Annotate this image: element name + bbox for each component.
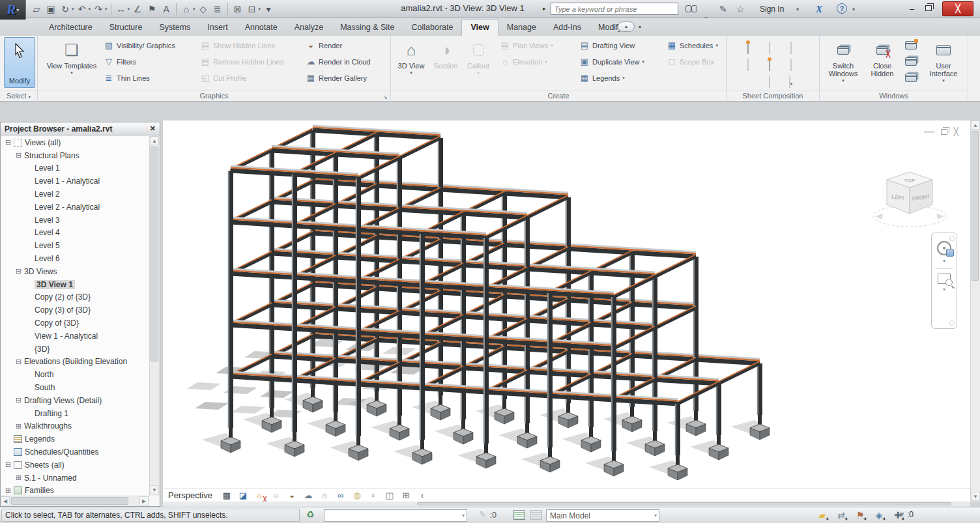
active-workset-select[interactable]: ▾ <box>324 509 467 522</box>
qat-aligned-dimension-icon[interactable]: ∠ <box>131 3 144 16</box>
qat-sync-with-central-icon[interactable]: ↻ <box>59 3 72 16</box>
view-scale-label[interactable]: Perspective <box>168 490 212 500</box>
browser-scroll-down-icon[interactable]: ▼ <box>150 485 159 494</box>
tree-expander-icon[interactable]: ⊞ <box>15 474 22 481</box>
3d-view-button[interactable]: ⌂ 3D View ▾ <box>395 37 427 89</box>
ribbon-render-button[interactable]: ◒Render <box>304 37 373 53</box>
qat-redo-icon[interactable]: ↷ <box>92 3 105 16</box>
visual-style-icon[interactable]: ◪ <box>237 490 249 501</box>
qat-thin-lines-icon[interactable]: ≣ <box>211 3 224 16</box>
graphics-dialog-launcher-icon[interactable]: ↘ <box>382 94 388 100</box>
editable-only-icon[interactable]: ✎ <box>479 509 486 519</box>
ribbon-cut-profile-button[interactable]: ◱Cut Profile <box>198 70 285 86</box>
user-interface-button[interactable]: User Interface ▾ <box>923 37 964 89</box>
ribbon-tile-windows-button[interactable] <box>903 53 920 70</box>
tree-expander-icon[interactable]: ⊟ <box>5 139 12 146</box>
qat-undo-icon[interactable]: ↶ <box>76 3 89 16</box>
ribbon-placeholder-sheet-button[interactable] <box>790 42 792 54</box>
tree-item-structural-plans[interactable]: ⊟Structural Plans <box>1 149 149 162</box>
sheet-composition-panel-label[interactable]: Sheet Composition <box>727 90 819 102</box>
tree-item-view-1-analytical[interactable]: View 1 - Analytical <box>1 330 149 343</box>
sign-in-caret-icon[interactable]: ▾ <box>796 3 799 15</box>
browser-hscroll-thumb[interactable] <box>11 497 128 505</box>
qat-sync-with-central-caret-icon[interactable]: ▾ <box>72 7 74 12</box>
select-elements-by-face-toggle[interactable]: ◈ <box>872 509 886 521</box>
ribbon-filters-button[interactable]: ▽Filters <box>102 53 177 70</box>
tree-expander-icon[interactable]: ⊟ <box>5 461 12 468</box>
canvas-scroll-down-icon[interactable]: ▼ <box>971 492 980 501</box>
steering-wheel-icon[interactable] <box>937 241 951 255</box>
tree-expander-icon[interactable]: ⊟ <box>15 397 22 404</box>
displacement-sets-icon[interactable]: ⊞ <box>400 490 412 501</box>
ribbon-remove-hidden-lines-button[interactable]: ▤Remove Hidden Lines <box>198 53 285 70</box>
ribbon-plan-views-button[interactable]: ▤Plan Views▾ <box>498 37 555 53</box>
tree-expander-icon[interactable]: ⊟ <box>15 358 22 365</box>
view-close-icon[interactable]: ╳ <box>954 127 958 136</box>
project-browser-close-icon[interactable]: ✕ <box>150 124 156 133</box>
ribbon-minimize-button[interactable]: ▴ <box>618 21 635 32</box>
tab-manage[interactable]: Manage <box>498 20 545 36</box>
search-icon[interactable] <box>685 3 697 15</box>
ribbon-revisions-button[interactable] <box>769 59 770 71</box>
zoom-caret-icon[interactable]: ▾ <box>943 287 945 292</box>
tree-item-level-2[interactable]: Level 2 <box>1 188 149 201</box>
tree-item-copy-2-of-3d[interactable]: Copy (2) of {3D} <box>1 291 149 304</box>
tree-item-3d-view-1[interactable]: 3D View 1 <box>1 278 149 291</box>
tab-systems[interactable]: Systems <box>151 20 199 36</box>
tree-item-copy-3-of-3d[interactable]: Copy (3) of {3D} <box>1 304 149 317</box>
tree-item-copy-of-3d[interactable]: Copy of {3D} <box>1 317 149 330</box>
tree-item-drafting-1[interactable]: Drafting 1 <box>1 407 149 420</box>
canvas-scroll-up-icon[interactable]: ▲ <box>971 120 980 130</box>
detail-level-icon[interactable]: ▩ <box>221 490 233 501</box>
close-hidden-button[interactable]: Close Hidden <box>865 37 899 89</box>
select-panel-label[interactable]: Select ▾ <box>0 90 37 102</box>
tab-architecture[interactable]: Architecture <box>40 20 101 36</box>
ribbon-render-gallery-button[interactable]: ▦Render Gallery <box>304 70 373 86</box>
qat-section-icon[interactable]: ◇ <box>197 3 210 16</box>
wheel-caret-icon[interactable]: ▾ <box>943 258 945 264</box>
qat-switch-windows-icon[interactable]: ⊡ <box>246 3 259 16</box>
ribbon-minimize-caret-icon[interactable]: ▾ <box>639 24 641 30</box>
tab-add-ins[interactable]: Add-Ins <box>545 20 590 36</box>
design-options-picker-icon[interactable] <box>530 510 542 520</box>
ribbon-scope-box-button[interactable]: ◻Scope Box <box>665 53 720 70</box>
sun-path-icon[interactable]: ☼╳ <box>253 490 265 501</box>
design-options-icon[interactable] <box>513 510 525 520</box>
qat-customize-qat-icon[interactable]: ▾ <box>262 3 275 16</box>
tree-expander-icon[interactable]: ⊞ <box>15 423 22 430</box>
create-panel-label[interactable]: Create <box>391 90 726 102</box>
canvas-hscroll-thumb[interactable] <box>417 502 951 505</box>
collapse-icon[interactable]: ‹ <box>416 490 428 501</box>
active-design-option-select[interactable]: Main Model▾ <box>546 509 659 522</box>
graphics-panel-label[interactable]: Graphics <box>38 90 390 102</box>
select-underlay-elements-toggle[interactable]: ⇄ <box>835 509 848 521</box>
qat-redo-caret-icon[interactable]: ▾ <box>105 7 108 12</box>
project-browser-header[interactable]: Project Browser - amalia2.rvt ✕ <box>1 122 160 135</box>
tree-item-s-1-unnamed[interactable]: ⊞S.1 - Unnamed <box>1 472 149 485</box>
canvas-horizontal-scrollbar[interactable] <box>163 502 970 507</box>
temporary-view-properties-icon[interactable]: ▫ <box>368 490 379 501</box>
exchange-apps-icon[interactable]: X <box>816 3 822 15</box>
selection-filter-icon[interactable]: ▼ <box>898 510 906 519</box>
tree-item-level-1-analytical[interactable]: Level 1 - Analytical <box>1 175 149 188</box>
zoom-tool-icon[interactable] <box>938 274 951 284</box>
tree-item-level-6[interactable]: Level 6 <box>1 252 149 265</box>
ribbon-thin-lines-button[interactable]: ≣Thin Lines <box>102 70 177 86</box>
ribbon-duplicate-sheet-button[interactable] <box>747 59 749 71</box>
favorites-star-icon[interactable]: ☆ <box>736 3 745 15</box>
ribbon-new-sheet-button[interactable] <box>747 42 749 54</box>
render-in-cloud-icon[interactable]: ☁ <box>302 490 314 501</box>
browser-scroll-left-icon[interactable]: ◀ <box>1 496 10 505</box>
qat-text-icon[interactable]: A <box>160 3 173 16</box>
ribbon-duplicate-view-button[interactable]: ▣Duplicate View▾ <box>577 53 646 70</box>
tab-view[interactable]: View <box>461 19 498 36</box>
ribbon-render-in-cloud-button[interactable]: ☁Render in Cloud <box>304 53 373 70</box>
tree-item-level-4[interactable]: Level 4 <box>1 227 149 240</box>
browser-horizontal-scrollbar[interactable]: ◀ ▶ <box>1 496 149 506</box>
ribbon-viewports-button[interactable]: ▾ <box>789 76 793 88</box>
ribbon-legends-button[interactable]: ▦Legends▾ <box>577 70 646 86</box>
infocenter-collapse-icon[interactable]: ▸ <box>543 5 546 12</box>
tree-item-level-1[interactable]: Level 1 <box>1 162 149 175</box>
view-templates-button[interactable]: ❏ View Templates ▾ <box>46 37 98 89</box>
tab-insert[interactable]: Insert <box>199 20 236 36</box>
